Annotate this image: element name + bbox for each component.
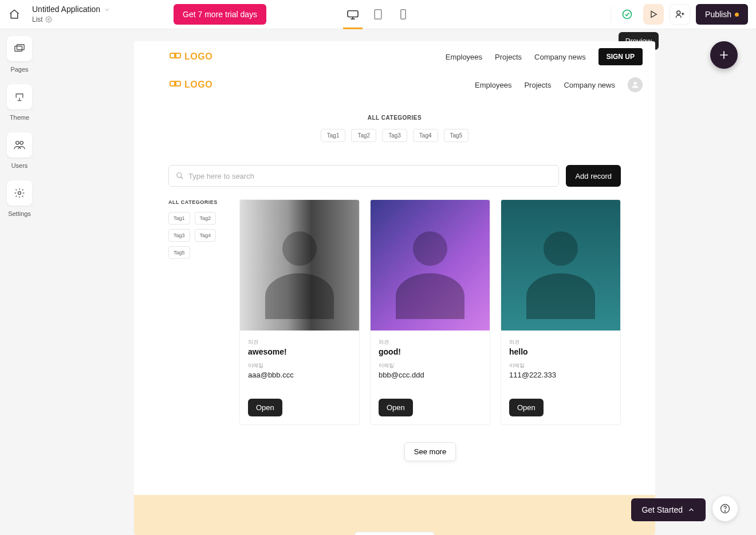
help-icon bbox=[719, 503, 731, 514]
sidebar-item-label: Theme bbox=[10, 114, 29, 121]
svg-point-13 bbox=[633, 82, 636, 85]
card-image bbox=[501, 200, 620, 331]
open-button[interactable]: Open bbox=[379, 399, 413, 416]
svg-point-4 bbox=[623, 10, 632, 19]
logo-icon bbox=[170, 53, 181, 61]
card[interactable]: 의견 good! 이메일 bbb@ccc.ddd Open bbox=[370, 199, 490, 425]
open-button[interactable]: Open bbox=[248, 399, 282, 416]
nav-link-projects[interactable]: Projects bbox=[524, 81, 551, 89]
home-icon[interactable] bbox=[8, 8, 21, 21]
logo[interactable]: LOGO bbox=[170, 80, 212, 90]
card[interactable]: 의견 awesome! 이메일 aaa@bbb.ccc Open bbox=[239, 199, 360, 425]
logo-icon bbox=[170, 81, 181, 89]
search-input[interactable] bbox=[188, 172, 552, 180]
desktop-device-icon[interactable] bbox=[346, 6, 359, 22]
open-button[interactable]: Open bbox=[509, 399, 544, 416]
logo[interactable]: LOGO bbox=[170, 52, 212, 62]
add-record-button[interactable]: Add record bbox=[566, 165, 621, 187]
tag-chip[interactable]: Tag4 bbox=[413, 129, 438, 142]
card-field-value: bbb@ccc.ddd bbox=[379, 371, 482, 379]
side-tags: ALL CATEGORIES Tag1 Tag2 Tag3 Tag4 Tag5 bbox=[168, 199, 228, 461]
card-field-label: 의견 bbox=[509, 339, 612, 346]
onclick-label[interactable]: ON CLICK bbox=[355, 532, 434, 535]
app-subtitle-row[interactable]: List bbox=[32, 15, 111, 23]
tag-chip[interactable]: Tag1 bbox=[321, 129, 346, 142]
device-switcher bbox=[346, 6, 410, 22]
sidebar-item-label: Users bbox=[11, 162, 28, 169]
card-body: 의견 good! 이메일 bbb@ccc.ddd Open bbox=[371, 331, 490, 424]
avatar[interactable] bbox=[628, 77, 643, 92]
mobile-device-icon[interactable] bbox=[397, 6, 410, 22]
preview-button[interactable] bbox=[643, 4, 664, 25]
side-tag-grid: Tag1 Tag2 Tag3 Tag4 Tag5 bbox=[168, 212, 228, 259]
svg-rect-7 bbox=[17, 45, 25, 50]
card-field-label: 의견 bbox=[248, 339, 351, 346]
app-title-row[interactable]: Untitled Application bbox=[32, 5, 111, 14]
svg-point-8 bbox=[16, 141, 19, 144]
page-header-public[interactable]: LOGO Employees Projects Company news SIG… bbox=[134, 41, 655, 73]
card-image bbox=[371, 200, 490, 331]
card-field-label: 이메일 bbox=[509, 362, 612, 369]
nav-private: Employees Projects Company news bbox=[475, 77, 643, 92]
add-fab[interactable] bbox=[710, 41, 738, 69]
tag-chip[interactable]: Tag1 bbox=[168, 212, 190, 225]
card-image bbox=[240, 200, 359, 331]
tag-chip[interactable]: Tag5 bbox=[168, 246, 190, 259]
get-started-button[interactable]: Get Started bbox=[631, 498, 706, 521]
settings-icon bbox=[7, 180, 32, 206]
publish-status-dot bbox=[735, 13, 739, 17]
get-started-label: Get Started bbox=[641, 505, 683, 514]
app-top-header: Untitled Application List Get 7 more tri… bbox=[0, 0, 756, 29]
page-header-private[interactable]: LOGO Employees Projects Company news bbox=[134, 73, 655, 109]
publish-button[interactable]: Publish bbox=[696, 4, 748, 25]
canvas[interactable]: LOGO Employees Projects Company news SIG… bbox=[134, 41, 655, 535]
grid-area: ALL CATEGORIES Tag1 Tag2 Tag3 Tag4 Tag5 bbox=[168, 199, 621, 461]
trial-button[interactable]: Get 7 more trial days bbox=[174, 4, 266, 25]
tag-chip[interactable]: Tag2 bbox=[195, 212, 216, 225]
nav-link-company-news[interactable]: Company news bbox=[564, 81, 615, 89]
nav-link-employees[interactable]: Employees bbox=[446, 53, 482, 61]
svg-point-16 bbox=[724, 511, 725, 512]
see-more-button[interactable]: See more bbox=[404, 442, 456, 461]
card[interactable]: 의견 hello 이메일 111@222.333 Open bbox=[501, 199, 621, 425]
page-name: List bbox=[32, 15, 43, 23]
logo-text: LOGO bbox=[184, 80, 212, 90]
sidebar-item-pages[interactable]: Pages bbox=[6, 36, 33, 73]
card-field-label: 이메일 bbox=[248, 362, 351, 369]
all-categories-label: ALL CATEGORIES bbox=[168, 115, 621, 121]
nav-link-projects[interactable]: Projects bbox=[495, 53, 522, 61]
nav-link-company-news[interactable]: Company news bbox=[534, 53, 586, 61]
sidebar-item-users[interactable]: Users bbox=[6, 132, 33, 169]
card-field-value: good! bbox=[379, 347, 482, 356]
sidebar-item-settings[interactable]: Settings bbox=[6, 180, 33, 217]
invite-user-button[interactable] bbox=[670, 4, 690, 25]
logo-text: LOGO bbox=[184, 52, 212, 62]
search-icon bbox=[176, 172, 184, 180]
chevron-down-icon bbox=[104, 6, 111, 13]
pages-icon bbox=[7, 36, 32, 61]
signup-button[interactable]: SIGN UP bbox=[598, 48, 643, 65]
cards-grid: 의견 awesome! 이메일 aaa@bbb.ccc Open bbox=[239, 199, 621, 425]
tag-chip[interactable]: Tag5 bbox=[444, 129, 469, 142]
status-icon[interactable] bbox=[617, 4, 637, 25]
search-box[interactable] bbox=[168, 165, 559, 187]
content[interactable]: ALL CATEGORIES Tag1 Tag2 Tag3 Tag4 Tag5 … bbox=[134, 109, 655, 484]
sidebar-item-label: Pages bbox=[10, 66, 28, 73]
card-field-value: hello bbox=[509, 347, 612, 356]
help-button[interactable] bbox=[712, 496, 738, 521]
card-field-value: awesome! bbox=[248, 347, 351, 356]
tag-chip[interactable]: Tag3 bbox=[382, 129, 407, 142]
users-icon bbox=[7, 132, 32, 158]
nav-link-employees[interactable]: Employees bbox=[475, 81, 511, 89]
tablet-device-icon[interactable] bbox=[372, 6, 384, 22]
section-banner[interactable]: ON CLICK bbox=[134, 495, 655, 535]
tag-chip[interactable]: Tag2 bbox=[351, 129, 376, 142]
tag-chip[interactable]: Tag4 bbox=[195, 229, 216, 242]
tag-chip[interactable]: Tag3 bbox=[168, 229, 190, 242]
sidebar-item-theme[interactable]: Theme bbox=[6, 84, 33, 121]
sidebar-item-label: Settings bbox=[8, 210, 31, 217]
svg-rect-2 bbox=[375, 10, 381, 19]
card-field-label: 의견 bbox=[379, 339, 482, 346]
theme-icon bbox=[7, 84, 32, 109]
left-sidebar: Pages Theme Users Settings bbox=[6, 36, 33, 217]
